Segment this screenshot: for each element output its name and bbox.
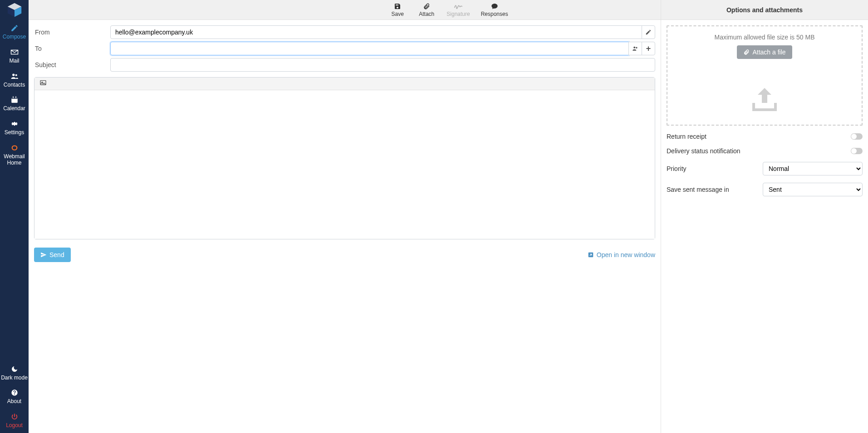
to-label: To xyxy=(34,45,110,52)
save-sent-select[interactable]: Sent xyxy=(763,183,863,196)
paperclip-icon xyxy=(743,49,750,55)
message-editor xyxy=(34,77,655,239)
sidebar-item-compose[interactable]: Compose xyxy=(0,20,29,44)
message-body-textarea[interactable] xyxy=(38,94,651,235)
compose-area: From To xyxy=(29,20,661,433)
chat-icon xyxy=(491,2,498,10)
toolbar-label: Attach xyxy=(419,11,434,17)
options-title: Options and attachments xyxy=(726,6,803,14)
svg-rect-7 xyxy=(13,97,14,98)
sidebar-label: Logout xyxy=(6,423,23,429)
add-contact-button[interactable] xyxy=(628,42,642,55)
sidebar-label: Contacts xyxy=(4,82,25,88)
svg-rect-6 xyxy=(11,97,18,99)
plus-icon: + xyxy=(646,44,651,54)
to-input[interactable] xyxy=(110,42,629,55)
responses-button[interactable]: Responses xyxy=(479,1,510,18)
delivery-status-toggle[interactable] xyxy=(851,148,863,154)
sidebar-label: Settings xyxy=(5,130,24,136)
toolbar-label: Responses xyxy=(481,11,508,17)
app-logo[interactable] xyxy=(0,0,29,20)
contacts-icon xyxy=(632,45,639,52)
paperclip-icon xyxy=(423,2,430,10)
svg-point-9 xyxy=(633,47,635,49)
sidebar-item-about[interactable]: About xyxy=(0,385,29,409)
svg-point-3 xyxy=(12,73,15,76)
save-icon xyxy=(394,2,401,10)
cpanel-icon xyxy=(10,143,19,152)
from-label: From xyxy=(34,29,110,36)
signature-icon xyxy=(454,2,463,10)
save-button[interactable]: Save xyxy=(387,1,408,18)
topbar: Save Attach Signature xyxy=(29,0,868,20)
priority-select[interactable]: Normal xyxy=(763,162,863,175)
sidebar-item-mail[interactable]: Mail xyxy=(0,44,29,68)
sidebar-label: About xyxy=(7,399,21,405)
logo-icon xyxy=(6,1,23,19)
edit-identities-button[interactable] xyxy=(642,25,655,39)
editor-toolbar xyxy=(34,78,655,90)
signature-button: Signature xyxy=(445,1,471,18)
sidebar-item-darkmode[interactable]: Dark mode xyxy=(0,361,29,385)
open-new-label: Open in new window xyxy=(597,251,655,258)
mail-icon xyxy=(10,48,19,57)
svg-rect-8 xyxy=(15,97,16,98)
sidebar-label: Webmail Home xyxy=(0,154,29,166)
max-file-size: Maximum allowed file size is 50 MB xyxy=(673,34,856,41)
compose-icon xyxy=(10,24,19,33)
sidebar-label: Compose xyxy=(3,34,26,40)
send-label: Send xyxy=(49,251,64,258)
sidebar-item-settings[interactable]: Settings xyxy=(0,116,29,140)
delivery-status-label: Delivery status notification xyxy=(667,147,851,155)
pencil-icon xyxy=(645,29,652,35)
sidebar-label: Mail xyxy=(9,58,19,64)
priority-label: Priority xyxy=(667,165,763,172)
toolbar-label: Save xyxy=(392,11,404,17)
attachment-dropzone[interactable]: Maximum allowed file size is 50 MB Attac… xyxy=(667,25,863,126)
image-icon[interactable] xyxy=(39,79,47,88)
sidebar-item-logout[interactable]: Logout xyxy=(0,409,29,433)
options-panel: Maximum allowed file size is 50 MB Attac… xyxy=(661,20,868,433)
attach-file-label: Attach a file xyxy=(752,49,785,56)
save-sent-label: Save sent message in xyxy=(667,186,763,193)
sidebar-item-contacts[interactable]: Contacts xyxy=(0,68,29,92)
svg-point-10 xyxy=(636,47,637,49)
main-area: Save Attach Signature xyxy=(29,0,868,433)
sidebar-item-webmail-home[interactable]: Webmail Home xyxy=(0,140,29,170)
add-recipient-button[interactable]: + xyxy=(642,42,655,55)
return-receipt-label: Return receipt xyxy=(667,133,851,140)
toolbar-label: Signature xyxy=(446,11,470,17)
subject-input[interactable] xyxy=(110,58,655,72)
from-input[interactable] xyxy=(110,25,642,39)
gear-icon xyxy=(10,119,19,128)
attach-button[interactable]: Attach xyxy=(416,1,437,18)
upload-icon xyxy=(673,84,856,117)
sidebar-item-calendar[interactable]: Calendar xyxy=(0,92,29,116)
open-external-icon xyxy=(588,252,594,258)
send-button[interactable]: Send xyxy=(34,248,71,262)
subject-label: Subject xyxy=(34,61,110,68)
power-icon xyxy=(11,412,18,421)
svg-point-4 xyxy=(15,74,17,76)
sidebar-label: Dark mode xyxy=(1,375,28,381)
sidebar: Compose Mail Contacts Calendar Settings xyxy=(0,0,29,433)
send-icon xyxy=(40,252,47,258)
attach-file-button[interactable]: Attach a file xyxy=(737,45,792,59)
calendar-icon xyxy=(10,95,19,104)
moon-icon xyxy=(11,365,18,374)
return-receipt-toggle[interactable] xyxy=(851,133,863,140)
open-new-window-link[interactable]: Open in new window xyxy=(588,251,655,258)
sidebar-label: Calendar xyxy=(3,106,25,112)
contacts-icon xyxy=(10,72,19,81)
question-icon xyxy=(11,388,18,397)
options-header: Options and attachments xyxy=(661,0,868,19)
